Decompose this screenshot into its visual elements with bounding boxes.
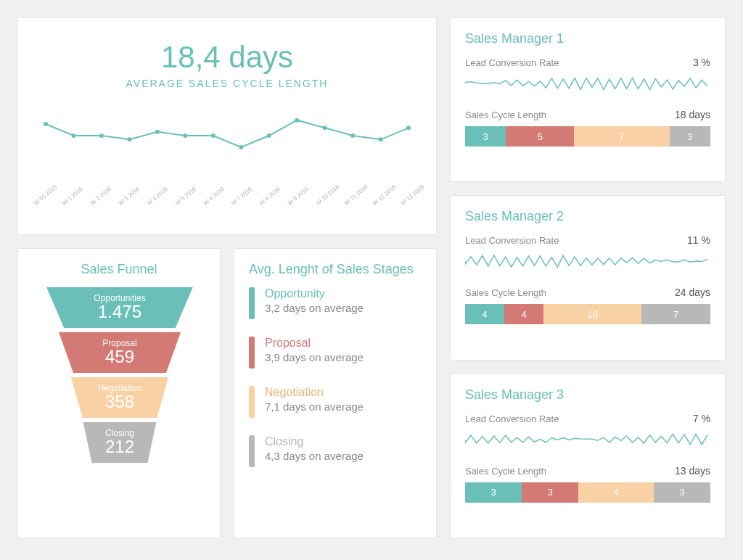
xaxis-tick: W 3 2016 [118, 188, 139, 207]
manager-title: Sales Manager 2 [465, 209, 710, 224]
xaxis-tick: W 6 2016 [202, 188, 223, 207]
cycle-length-label: Sales Cycle Length [465, 110, 546, 120]
avg-cycle-xaxis: W 53 2015W 1 2016W 2 2016W 3 2016W 4 201… [33, 202, 422, 208]
svg-point-6 [211, 133, 215, 138]
stage-bar-icon [249, 287, 255, 319]
cycle-length-row: Sales Cycle Length13 days [465, 465, 710, 477]
funnel-seg-proposal: Proposal 459 [47, 332, 192, 373]
svg-point-9 [295, 118, 299, 123]
svg-point-11 [350, 133, 355, 138]
cycle-length-value: 18 days [675, 109, 710, 120]
stage-bar-icon [249, 337, 255, 368]
svg-point-3 [127, 137, 131, 141]
bar-segment: 7 [641, 304, 710, 324]
funnel-seg-opportunities: Opportunities 1.475 [33, 287, 207, 328]
sales-stages-card: Avg. Lenght of Sales Stages Opportunity … [234, 248, 437, 538]
bar-segment: 3 [654, 482, 710, 503]
conversion-sparkline [465, 71, 710, 96]
bar-segment: 5 [506, 126, 574, 147]
stage-sub: 3,2 days on average [265, 302, 364, 314]
stage-sub: 3,9 days on average [265, 351, 364, 363]
xaxis-tick: W 10 2016 [315, 188, 336, 207]
funnel-value: 459 [47, 347, 192, 367]
conversion-row: Lead Conversion Rate11 % [465, 234, 710, 246]
xaxis-tick: W 8 2016 [258, 188, 279, 207]
managers-column: Sales Manager 1Lead Conversion Rate3 %Sa… [450, 17, 726, 538]
cycle-length-value: 13 days [675, 465, 710, 477]
svg-point-8 [267, 133, 271, 138]
svg-point-4 [155, 130, 160, 134]
stage-sub: 4,3 days on average [265, 450, 364, 462]
bar-segment: 4 [465, 304, 504, 324]
stage-row-opportunity: Opportunity 3,2 days on average [249, 287, 422, 319]
avg-cycle-value: 18,4 days [33, 40, 422, 75]
cycle-stacked-bar: 44107 [465, 304, 710, 324]
cycle-length-label: Sales Cycle Length [465, 466, 546, 477]
stage-name: Opportunity [265, 287, 364, 300]
svg-point-10 [323, 125, 327, 130]
xaxis-tick: W 7 2016 [230, 188, 251, 207]
bar-segment: 3 [465, 482, 522, 503]
bar-segment: 10 [543, 304, 641, 324]
funnel-value: 1.475 [33, 302, 207, 322]
stage-row-closing: Closing 4,3 days on average [249, 435, 422, 467]
stage-bar-icon [249, 435, 255, 467]
xaxis-tick: W 53 2015 [33, 188, 54, 207]
xaxis-tick: W 13 2016 [400, 188, 421, 207]
xaxis-tick: W 4 2016 [146, 188, 167, 207]
manager-card: Sales Manager 2Lead Conversion Rate11 %S… [450, 195, 726, 360]
xaxis-tick: W 1 2016 [61, 188, 82, 207]
cycle-length-value: 24 days [675, 287, 710, 298]
cycle-stacked-bar: 3573 [465, 126, 710, 147]
manager-title: Sales Manager 3 [465, 387, 710, 403]
stage-row-proposal: Proposal 3,9 days on average [249, 337, 422, 368]
conversion-label: Lead Conversion Rate [465, 235, 559, 246]
avg-cycle-card: 18,4 days AVERAGE SALES CYCLE LENGTH W 5… [17, 17, 437, 235]
funnel-seg-closing: Closing 212 [76, 422, 163, 463]
bar-segment: 4 [504, 304, 543, 324]
stage-name: Negotiation [265, 386, 364, 399]
conversion-row: Lead Conversion Rate3 % [465, 57, 710, 68]
xaxis-tick: W 11 2016 [343, 188, 364, 207]
svg-point-12 [379, 137, 383, 141]
conversion-sparkline [465, 427, 710, 452]
funnel-value: 358 [62, 392, 178, 412]
svg-point-13 [406, 125, 411, 130]
cycle-length-row: Sales Cycle Length18 days [465, 109, 710, 120]
conversion-sparkline [465, 249, 710, 273]
xaxis-tick: W 12 2016 [372, 188, 393, 207]
manager-card: Sales Manager 3Lead Conversion Rate7 %Sa… [450, 374, 726, 538]
conversion-value: 7 % [693, 413, 710, 424]
funnel-label: Proposal [47, 338, 192, 348]
sales-funnel-title: Sales Funnel [33, 262, 205, 277]
funnel-label: Negotiation [62, 383, 178, 393]
conversion-value: 11 % [687, 234, 710, 246]
stage-sub: 7,1 days on average [265, 400, 364, 413]
sales-funnel-card: Sales Funnel Opportunities 1.475 Proposa… [17, 248, 221, 538]
manager-card: Sales Manager 1Lead Conversion Rate3 %Sa… [450, 17, 726, 182]
funnel-label: Opportunities [33, 293, 207, 303]
funnel-value: 212 [76, 437, 163, 457]
xaxis-tick: W 9 2016 [287, 188, 308, 207]
cycle-length-label: Sales Cycle Length [465, 287, 546, 298]
conversion-row: Lead Conversion Rate7 % [465, 413, 710, 424]
funnel-seg-negotiation: Negotiation 358 [62, 377, 178, 418]
manager-title: Sales Manager 1 [465, 31, 710, 46]
svg-point-2 [99, 133, 104, 138]
bar-segment: 3 [465, 126, 506, 147]
conversion-label: Lead Conversion Rate [465, 57, 559, 68]
bar-segment: 3 [670, 126, 710, 147]
xaxis-tick: W 5 2016 [174, 188, 195, 207]
avg-cycle-line-chart [33, 107, 422, 165]
stage-name: Proposal [265, 337, 364, 350]
xaxis-tick: W 2 2016 [89, 188, 110, 207]
cycle-length-row: Sales Cycle Length24 days [465, 287, 710, 298]
bar-segment: 7 [574, 126, 669, 147]
bar-segment: 4 [578, 482, 654, 503]
avg-cycle-label: AVERAGE SALES CYCLE LENGTH [33, 78, 422, 89]
sales-stages-title: Avg. Lenght of Sales Stages [249, 262, 422, 277]
svg-point-5 [183, 133, 187, 138]
stage-row-negotiation: Negotiation 7,1 days on average [249, 386, 422, 418]
cycle-stacked-bar: 3343 [465, 482, 710, 503]
svg-point-1 [71, 133, 75, 138]
